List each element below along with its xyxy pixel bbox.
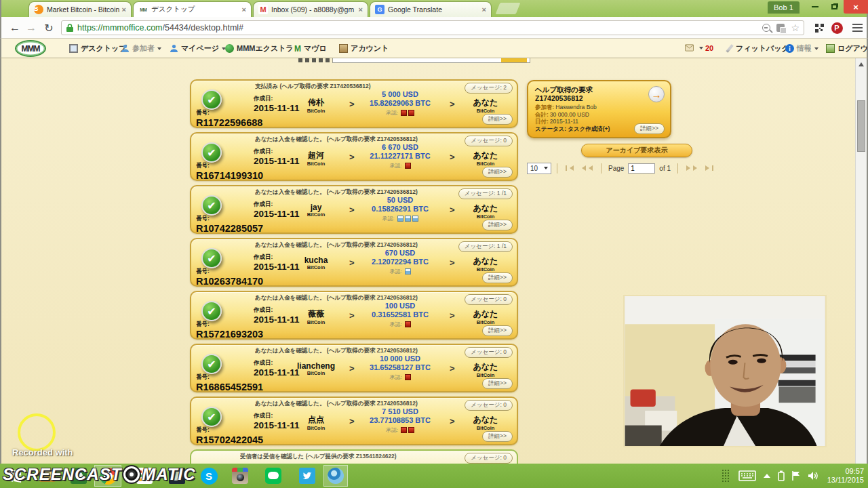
sender-block: jay BitCoin [285, 203, 347, 218]
pinterest-extension-icon[interactable] [830, 22, 844, 34]
screencast-app-icon[interactable] [327, 467, 344, 485]
tab-close-icon[interactable]: × [359, 5, 363, 14]
nav-item-mavro[interactable]: マヴロ [294, 43, 327, 54]
prev-page-icon[interactable] [579, 165, 593, 171]
next-page-icon[interactable] [686, 165, 700, 171]
page-input[interactable] [628, 163, 655, 174]
translate-page-icon[interactable] [776, 24, 785, 32]
details-button[interactable]: 詳細>> [482, 431, 513, 442]
messages-badge[interactable]: メッセージ: 2 [465, 83, 513, 94]
action-center-flag-icon[interactable] [791, 470, 801, 481]
scroll-up-arrow-icon[interactable] [856, 60, 867, 69]
approval-screenshot-icon[interactable] [401, 110, 407, 116]
skype-icon[interactable] [200, 467, 218, 485]
details-button[interactable]: 詳細>> [482, 167, 513, 178]
clipped-widget-text [298, 58, 330, 62]
sender-name: jay [285, 203, 347, 212]
approval-image-icon[interactable] [397, 216, 403, 222]
instagram-icon[interactable] [231, 467, 249, 485]
nav-item-logout[interactable]: ログアウト [826, 43, 868, 54]
approval-image-icon[interactable] [405, 216, 411, 222]
approval-screenshot-icon[interactable] [405, 321, 411, 327]
details-button[interactable]: 詳細>> [482, 325, 513, 336]
approval-screenshot-icon[interactable] [405, 374, 411, 380]
approval-screenshot-icon[interactable] [408, 110, 414, 116]
nav-item-participants[interactable]: 参加者 [121, 43, 161, 54]
clock-date: 13/11/2015 [827, 476, 864, 485]
details-button[interactable]: 詳細>> [482, 220, 513, 230]
nav-label: フィットバック [736, 43, 789, 54]
profile-badge[interactable]: Bob 1 [768, 1, 800, 14]
chrome-menu-icon[interactable] [850, 22, 864, 34]
taskbar-clock[interactable]: 09:57 13/11/2015 [827, 467, 864, 485]
nav-item-mmm-extra[interactable]: MMMエクストラ [225, 43, 294, 54]
forward-button[interactable]: → [23, 20, 39, 36]
approval-row: 承認: [355, 373, 445, 381]
nav-item-mail[interactable]: 20 [685, 43, 713, 52]
nav-item-feedback[interactable]: フィットバック [728, 43, 789, 54]
messages-badge[interactable]: メッセージ: 0 [465, 400, 513, 411]
nav-item-account[interactable]: アカウント [339, 43, 389, 54]
window-close-button[interactable]: × [844, 0, 868, 14]
approval-image-icon[interactable] [405, 268, 411, 274]
details-button[interactable]: 詳細>> [482, 378, 513, 389]
details-button[interactable]: 詳細>> [482, 272, 513, 283]
line-icon[interactable] [264, 467, 282, 485]
tab-desktop[interactable]: デスクトップ × [133, 1, 252, 17]
approval-screenshot-icon[interactable] [408, 427, 414, 433]
messages-badge[interactable]: メッセージ: 1 /1 [458, 241, 513, 252]
show-hidden-icons-arrow[interactable] [763, 473, 771, 479]
nav-item-desktop[interactable]: デスクトップ [69, 43, 127, 54]
sender-name: 薇薇 [285, 308, 347, 320]
details-button[interactable]: 詳細>> [482, 114, 513, 125]
approval-screenshot-icon[interactable] [401, 427, 407, 433]
details-button[interactable]: 詳細>> [634, 123, 665, 134]
address-bar[interactable]: https://mmmoffice.com /54434/desktop.htm… [61, 20, 804, 35]
open-request-arrow-icon[interactable]: → [648, 86, 665, 102]
messages-badge[interactable]: メッセージ: 0 [465, 453, 513, 464]
tab-close-icon[interactable]: × [242, 5, 246, 14]
messages-badge[interactable]: メッセージ: 0 [465, 294, 513, 305]
tab-market-bitcoin[interactable]: Market Bitcoin - Bitcoin.co × [28, 1, 132, 17]
qr-extension-icon[interactable] [812, 22, 826, 34]
recipient-name: あなた [457, 256, 514, 267]
transaction-number: R16714199310 [196, 170, 263, 181]
volume-icon[interactable] [808, 470, 818, 481]
messages-badge[interactable]: メッセージ: 0 [465, 136, 513, 146]
battery-icon[interactable] [778, 470, 785, 481]
messages-badge[interactable]: メッセージ: 1 /1 [458, 188, 513, 199]
nav-label: ログアウト [837, 43, 868, 54]
first-page-icon[interactable] [566, 165, 574, 171]
bookmark-star-icon[interactable]: ☆ [791, 22, 800, 33]
amount-usd: 7 510 USD [355, 407, 445, 416]
touch-keyboard-icon[interactable] [738, 470, 756, 481]
zoom-level-icon[interactable] [762, 24, 770, 32]
nav-item-mypage[interactable]: マイページ [170, 43, 226, 54]
watermark-text-right: MATIC [142, 465, 195, 484]
scrollbar-thumb[interactable] [857, 100, 865, 152]
approval-icons [403, 268, 411, 274]
last-page-icon[interactable] [705, 165, 713, 171]
tab-inbox[interactable]: Inbox (509) - a8088y@gm × [253, 1, 368, 17]
messages-badge[interactable]: メッセージ: 0 [465, 347, 513, 358]
vertical-scrollbar[interactable] [855, 58, 867, 464]
field-label: 日付: [535, 118, 549, 125]
window-restore-button[interactable] [825, 0, 844, 14]
back-button[interactable]: ← [7, 20, 23, 36]
archive-requests-button[interactable]: アーカイブ要求表示 [581, 144, 692, 157]
mmm-logo[interactable]: MMM [15, 40, 46, 57]
reload-button[interactable]: ↻ [41, 20, 57, 36]
nav-item-info[interactable]: 情報 [785, 43, 818, 54]
twitter-icon[interactable] [298, 467, 316, 485]
tab-close-icon[interactable]: × [122, 5, 126, 14]
tab-google-translate[interactable]: Google Translate × [370, 1, 492, 17]
field-status: ステータス:タスク作成済(+) [535, 125, 610, 133]
recipient-name: あなた [457, 97, 514, 108]
window-minimize-button[interactable] [806, 0, 825, 14]
approval-screenshot-icon[interactable] [405, 163, 411, 169]
new-tab-button[interactable] [496, 3, 521, 14]
tab-close-icon[interactable]: × [482, 5, 486, 14]
mail-count: 20 [705, 44, 713, 52]
approval-image-icon[interactable] [412, 216, 418, 222]
per-page-select[interactable]: 10 [527, 163, 551, 174]
